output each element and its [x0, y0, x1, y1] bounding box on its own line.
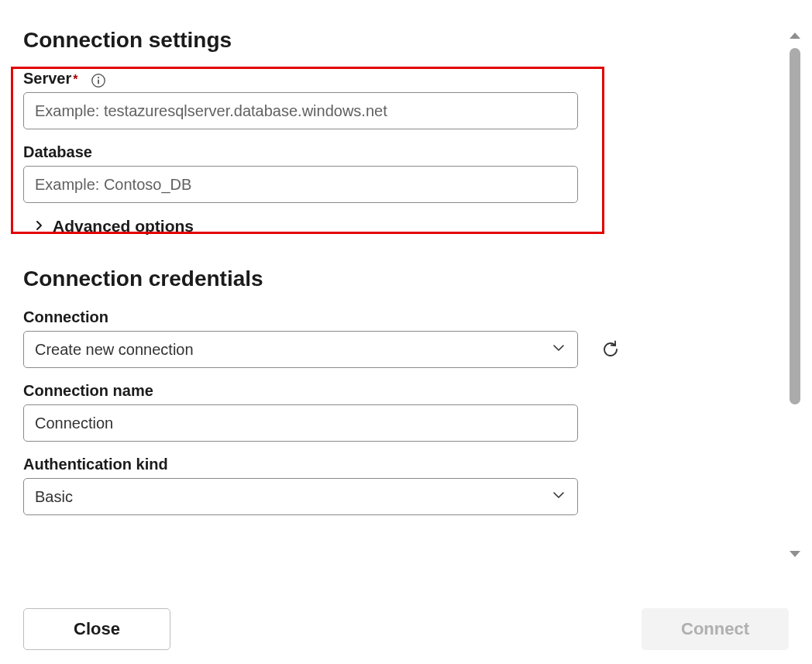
database-label: Database — [23, 143, 92, 161]
server-input[interactable] — [23, 92, 578, 129]
info-icon[interactable] — [91, 73, 106, 88]
refresh-button[interactable] — [597, 335, 624, 363]
connection-label: Connection — [23, 308, 108, 326]
chevron-down-icon — [551, 487, 566, 507]
connection-name-input[interactable] — [23, 404, 578, 442]
auth-kind-label: Authentication kind — [23, 456, 168, 473]
advanced-options-label: Advanced options — [53, 217, 194, 236]
close-button[interactable]: Close — [23, 608, 170, 650]
svg-point-1 — [98, 77, 99, 78]
scrollbar[interactable] — [784, 29, 806, 563]
scroll-up-icon[interactable] — [788, 29, 802, 43]
scroll-down-icon[interactable] — [788, 549, 802, 563]
connect-button[interactable]: Connect — [642, 608, 789, 650]
chevron-down-icon — [551, 340, 566, 360]
connection-select[interactable]: Create new connection — [23, 331, 578, 368]
footer-bar: Close Connect — [0, 594, 812, 664]
refresh-icon — [599, 338, 622, 361]
server-label: Server — [23, 70, 71, 88]
advanced-options-toggle[interactable]: Advanced options — [34, 217, 721, 236]
auth-kind-select[interactable]: Basic — [23, 478, 578, 515]
chevron-right-icon — [34, 219, 45, 233]
database-input[interactable] — [23, 166, 578, 203]
connection-name-label: Connection name — [23, 382, 153, 400]
svg-rect-2 — [98, 79, 99, 84]
scrollbar-thumb[interactable] — [790, 48, 800, 404]
connection-select-value: Create new connection — [35, 341, 194, 359]
connection-credentials-heading: Connection credentials — [23, 267, 721, 291]
auth-kind-select-value: Basic — [35, 488, 73, 506]
connection-settings-heading: Connection settings — [23, 28, 721, 53]
server-required-mark: * — [73, 73, 77, 86]
